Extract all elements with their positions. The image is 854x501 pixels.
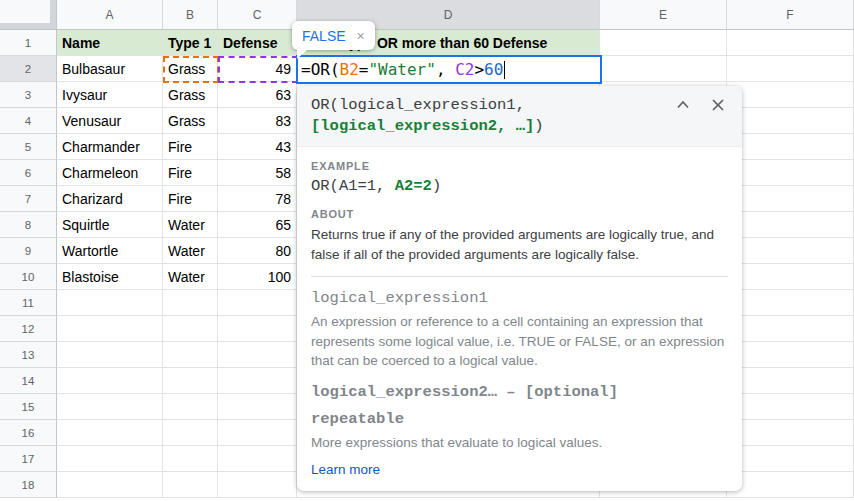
- row-header-14[interactable]: 14: [0, 368, 57, 394]
- close-icon[interactable]: [710, 97, 726, 113]
- cell-C7[interactable]: 78: [218, 186, 297, 212]
- row-header-6[interactable]: 6: [0, 160, 57, 186]
- cell-A12[interactable]: [57, 316, 163, 342]
- cell-B5[interactable]: Fire: [163, 134, 218, 160]
- cell-A5[interactable]: Charmander: [57, 134, 163, 160]
- cell-editor-d2[interactable]: =OR(B2="Water", C2>60: [296, 55, 602, 84]
- cell-F16[interactable]: [727, 420, 854, 446]
- cell-F10[interactable]: [727, 264, 854, 290]
- cell-C11[interactable]: [218, 290, 297, 316]
- select-all-corner[interactable]: [0, 0, 57, 30]
- cell-A17[interactable]: [57, 446, 163, 472]
- row-header-12[interactable]: 12: [0, 316, 57, 342]
- cell-C4[interactable]: 83: [218, 108, 297, 134]
- column-header-C[interactable]: C: [218, 0, 297, 30]
- cell-F2[interactable]: [727, 56, 854, 82]
- cell-A1[interactable]: Name: [57, 30, 163, 56]
- cell-C14[interactable]: [218, 368, 297, 394]
- column-header-A[interactable]: A: [57, 0, 163, 30]
- row-header-15[interactable]: 15: [0, 394, 57, 420]
- row-header-4[interactable]: 4: [0, 108, 57, 134]
- cell-A9[interactable]: Wartortle: [57, 238, 163, 264]
- cell-B11[interactable]: [163, 290, 218, 316]
- cell-A16[interactable]: [57, 420, 163, 446]
- cell-B10[interactable]: Water: [163, 264, 218, 290]
- cell-B14[interactable]: [163, 368, 218, 394]
- cell-F5[interactable]: [727, 134, 854, 160]
- cell-F9[interactable]: [727, 238, 854, 264]
- cell-B3[interactable]: Grass: [163, 82, 218, 108]
- cell-F3[interactable]: [727, 82, 854, 108]
- cell-B17[interactable]: [163, 446, 218, 472]
- cell-A14[interactable]: [57, 368, 163, 394]
- cell-A2[interactable]: Bulbasaur: [57, 56, 163, 82]
- learn-more-link[interactable]: Learn more: [311, 461, 380, 479]
- cell-C3[interactable]: 63: [218, 82, 297, 108]
- cell-B12[interactable]: [163, 316, 218, 342]
- row-header-13[interactable]: 13: [0, 342, 57, 368]
- cell-A6[interactable]: Charmeleon: [57, 160, 163, 186]
- cell-B9[interactable]: Water: [163, 238, 218, 264]
- row-header-5[interactable]: 5: [0, 134, 57, 160]
- row-header-9[interactable]: 9: [0, 238, 57, 264]
- cell-F17[interactable]: [727, 446, 854, 472]
- cell-F8[interactable]: [727, 212, 854, 238]
- preview-close-icon[interactable]: ×: [357, 28, 365, 44]
- row-header-7[interactable]: 7: [0, 186, 57, 212]
- column-header-F[interactable]: F: [727, 0, 854, 30]
- cell-F13[interactable]: [727, 342, 854, 368]
- cell-C9[interactable]: 80: [218, 238, 297, 264]
- row-header-3[interactable]: 3: [0, 82, 57, 108]
- cell-B18[interactable]: [163, 472, 218, 498]
- cell-A4[interactable]: Venusaur: [57, 108, 163, 134]
- cell-C5[interactable]: 43: [218, 134, 297, 160]
- column-header-E[interactable]: E: [600, 0, 727, 30]
- cell-E1[interactable]: [600, 30, 727, 56]
- cell-B16[interactable]: [163, 420, 218, 446]
- cell-F7[interactable]: [727, 186, 854, 212]
- cell-E2[interactable]: [600, 56, 727, 82]
- cell-F11[interactable]: [727, 290, 854, 316]
- row-header-8[interactable]: 8: [0, 212, 57, 238]
- cell-F14[interactable]: [727, 368, 854, 394]
- cell-A3[interactable]: Ivysaur: [57, 82, 163, 108]
- cell-A13[interactable]: [57, 342, 163, 368]
- cell-F12[interactable]: [727, 316, 854, 342]
- cell-C12[interactable]: [218, 316, 297, 342]
- cell-C13[interactable]: [218, 342, 297, 368]
- cell-F18[interactable]: [727, 472, 854, 498]
- row-header-1[interactable]: 1: [0, 30, 57, 56]
- cell-B13[interactable]: [163, 342, 218, 368]
- cell-F6[interactable]: [727, 160, 854, 186]
- cell-F4[interactable]: [727, 108, 854, 134]
- cell-A15[interactable]: [57, 394, 163, 420]
- cell-B2[interactable]: Grass: [163, 56, 218, 82]
- cell-C17[interactable]: [218, 446, 297, 472]
- cell-C18[interactable]: [218, 472, 297, 498]
- cell-C8[interactable]: 65: [218, 212, 297, 238]
- cell-B8[interactable]: Water: [163, 212, 218, 238]
- cell-B15[interactable]: [163, 394, 218, 420]
- cell-F15[interactable]: [727, 394, 854, 420]
- cell-C2[interactable]: 49: [218, 56, 297, 82]
- cell-F1[interactable]: [727, 30, 854, 56]
- cell-A10[interactable]: Blastoise: [57, 264, 163, 290]
- cell-A18[interactable]: [57, 472, 163, 498]
- cell-A11[interactable]: [57, 290, 163, 316]
- cell-A7[interactable]: Charizard: [57, 186, 163, 212]
- cell-B4[interactable]: Grass: [163, 108, 218, 134]
- row-header-2[interactable]: 2: [0, 56, 57, 82]
- row-header-18[interactable]: 18: [0, 472, 57, 498]
- column-header-B[interactable]: B: [163, 0, 218, 30]
- cell-B7[interactable]: Fire: [163, 186, 218, 212]
- cell-C16[interactable]: [218, 420, 297, 446]
- collapse-icon[interactable]: [675, 97, 691, 113]
- cell-B1[interactable]: Type 1: [163, 30, 218, 56]
- row-header-16[interactable]: 16: [0, 420, 57, 446]
- row-header-10[interactable]: 10: [0, 264, 57, 290]
- row-header-11[interactable]: 11: [0, 290, 57, 316]
- cell-A8[interactable]: Squirtle: [57, 212, 163, 238]
- cell-C1[interactable]: Defense: [218, 30, 297, 56]
- cell-B6[interactable]: Fire: [163, 160, 218, 186]
- row-header-17[interactable]: 17: [0, 446, 57, 472]
